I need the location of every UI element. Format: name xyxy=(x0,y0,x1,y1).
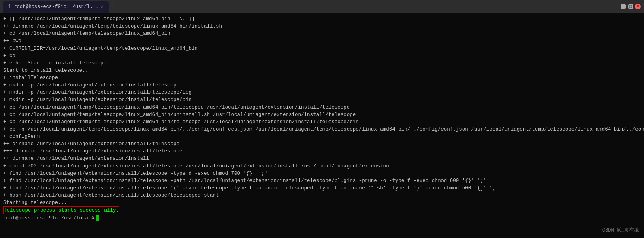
terminal-cursor xyxy=(96,215,99,221)
active-tab[interactable]: 1 root@hcss-ecs-f91c: /usr/l... × xyxy=(3,1,109,13)
success-line-wrapper: Telescope process starts successfully. xyxy=(3,206,641,214)
terminal-line: Start to install telescope... xyxy=(3,67,641,74)
titlebar: 1 root@hcss-ecs-f91c: /usr/l... × + − □ … xyxy=(0,0,644,13)
maximize-button[interactable]: □ xyxy=(628,4,633,9)
terminal-line: + installTelescope xyxy=(3,74,641,81)
window-controls: − □ × xyxy=(621,4,641,9)
terminal-line: +++ dirname /usr/local/uniagent/extensio… xyxy=(3,148,641,155)
terminal-line: + cp /usr/local/uniagent/temp/telescope/… xyxy=(3,104,641,111)
close-button[interactable]: × xyxy=(635,4,641,9)
terminal-line: + configPerm xyxy=(3,133,641,140)
terminal-line: + CURRENT_DIR=/usr/local/uniagent/temp/t… xyxy=(3,45,641,52)
terminal-line: ++ dirname /usr/local/uniagent/extension… xyxy=(3,140,641,148)
terminal-line: ++ dirname /usr/local/uniagent/temp/tele… xyxy=(3,23,641,30)
tab-close-button[interactable]: × xyxy=(101,4,104,9)
terminal-line: + cp /usr/local/uniagent/temp/telescope/… xyxy=(3,111,641,118)
watermark: CSDN @江湖有缘 xyxy=(602,227,639,234)
terminal-line: + find /usr/local/uniagent/extension/ins… xyxy=(3,170,641,177)
terminal-line: + cp -n /usr/local/uniagent/temp/telesco… xyxy=(3,126,641,133)
terminal-line: + cd - xyxy=(3,52,641,60)
tab-label: 1 root@hcss-ecs-f91c: /usr/l... xyxy=(8,4,98,10)
terminal-line: + bash /usr/local/uniagent/extension/ins… xyxy=(3,192,641,199)
prompt-line: root@hcss-ecs-f91c:/usr/local# xyxy=(3,214,641,222)
terminal-line: + mkdir -p /usr/local/uniagent/extension… xyxy=(3,81,641,89)
terminal-line: + echo 'Start to install telescope...' xyxy=(3,60,641,67)
terminal-line: + mkdir -p /usr/local/uniagent/extension… xyxy=(3,89,641,96)
terminal-lines: + [[ /usr/local/uniagent/temp/telescope/… xyxy=(3,15,641,206)
terminal-line: + find /usr/local/uniagent/extension/ins… xyxy=(3,184,641,192)
terminal-line: + mkdir -p /usr/local/uniagent/extension… xyxy=(3,96,641,103)
terminal-line: + find /usr/local/uniagent/extension/ins… xyxy=(3,177,641,184)
terminal-line: + cp /usr/local/uniagent/temp/telescope/… xyxy=(3,118,641,126)
terminal-output[interactable]: + [[ /usr/local/uniagent/temp/telescope/… xyxy=(0,13,644,238)
add-tab-button[interactable]: + xyxy=(111,3,115,10)
prompt-text: root@hcss-ecs-f91c:/usr/local# xyxy=(3,214,94,222)
success-message: Telescope process starts successfully. xyxy=(3,206,119,214)
terminal-line: + cd /usr/local/uniagent/temp/telescope/… xyxy=(3,30,641,37)
minimize-button[interactable]: − xyxy=(621,4,626,9)
terminal-line: Starting telescope... xyxy=(3,199,641,206)
terminal-line: ++ dirname /usr/local/uniagent/extension… xyxy=(3,155,641,162)
terminal-line: + chmod 700 /usr/local/uniagent/extensio… xyxy=(3,163,641,170)
terminal-line: ++ pwd xyxy=(3,37,641,45)
terminal-line: + [[ /usr/local/uniagent/temp/telescope/… xyxy=(3,15,641,23)
